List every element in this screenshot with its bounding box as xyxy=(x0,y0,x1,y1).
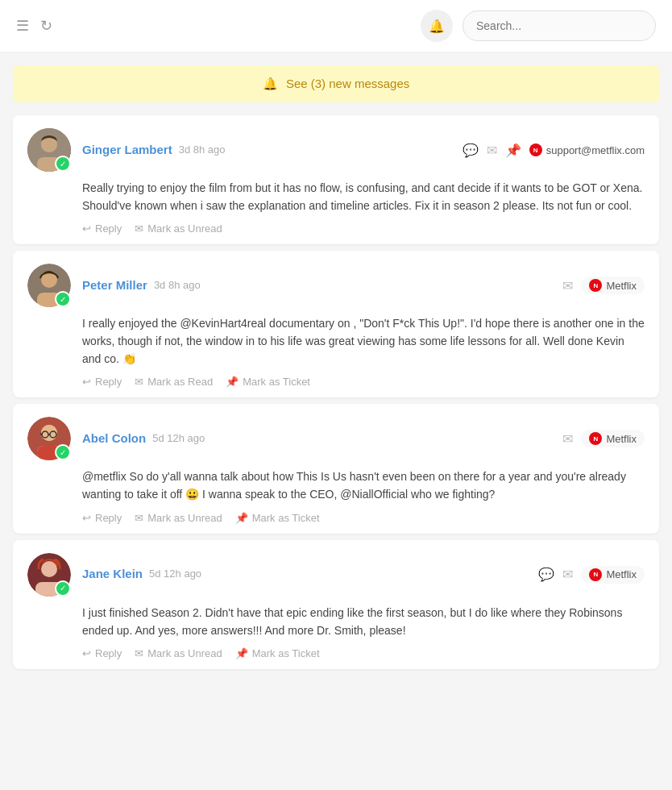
reply-icon-2: ↩ xyxy=(82,376,91,388)
chat-icon-4[interactable]: 💬 xyxy=(538,567,554,582)
message-top-row-3: Abel Colon 5d 12h ago xyxy=(82,431,562,445)
email-footer-icon-4: ✉ xyxy=(135,647,143,659)
message-body-4: I just finished Season 2. Didn't have th… xyxy=(82,605,645,639)
email-icon-3[interactable]: ✉ xyxy=(562,431,573,447)
avatar-wrapper-4: ✓ xyxy=(27,553,71,597)
ticket-icon-4: 📌 xyxy=(235,647,248,659)
svg-line-15 xyxy=(40,434,42,434)
timestamp-4: 5d 12h ago xyxy=(149,568,201,580)
source-badge-3: N Metflix xyxy=(581,430,645,447)
message-actions-right-1: 💬 ✉ 📌 N support@metflix.com xyxy=(463,143,645,158)
message-top-row-2: Peter Miller 3d 8h ago xyxy=(82,278,562,292)
refresh-icon[interactable]: ↻ xyxy=(40,17,52,35)
reply-icon-1: ↩ xyxy=(82,222,91,235)
header: ☰ ↻ 🔔 xyxy=(0,0,672,52)
email-footer-icon-2: ✉ xyxy=(135,376,143,388)
message-meta-3: Abel Colon 5d 12h ago xyxy=(82,431,562,447)
banner-bell-icon: 🔔 xyxy=(263,77,278,90)
source-label-2: Metflix xyxy=(606,280,637,292)
message-body-2: I really enjoyed the @KevinHart4real doc… xyxy=(82,315,645,368)
whatsapp-badge-2: ✓ xyxy=(55,291,71,307)
message-card-3: ✓ Abel Colon 5d 12h ago ✉ N Metflix @met… xyxy=(13,404,659,533)
mark-unread-action-1[interactable]: ✉ Mark as Unread xyxy=(135,222,222,235)
pin-icon-1[interactable]: 📌 xyxy=(505,143,521,158)
messages-container: ✓ Ginger Lambert 3d 8h ago 💬 ✉ 📌 N suppo… xyxy=(0,109,672,682)
avatar-wrapper-1: ✓ xyxy=(27,128,71,172)
message-footer-2: ↩ Reply ✉ Mark as Read 📌 Mark as Ticket xyxy=(82,376,645,388)
mark-read-action-2[interactable]: ✉ Mark as Read xyxy=(135,376,213,388)
sender-name-2: Peter Miller xyxy=(82,278,147,292)
message-footer-1: ↩ Reply ✉ Mark as Unread xyxy=(82,222,645,235)
chat-icon-1[interactable]: 💬 xyxy=(463,143,479,158)
message-actions-right-4: 💬 ✉ N Metflix xyxy=(538,566,645,584)
ticket-icon-2: 📌 xyxy=(226,376,239,388)
timestamp-1: 3d 8h ago xyxy=(179,143,226,156)
message-meta-2: Peter Miller 3d 8h ago xyxy=(82,278,562,293)
message-body-3: @metflix So do y'all wanna talk about ho… xyxy=(82,468,645,503)
source-dot-2: N xyxy=(589,279,602,292)
message-actions-right-3: ✉ N Metflix xyxy=(562,430,645,447)
reply-action-3[interactable]: ↩ Reply xyxy=(82,512,122,524)
source-dot-4: N xyxy=(589,568,602,581)
new-messages-banner[interactable]: 🔔 See (3) new messages xyxy=(13,65,659,102)
timestamp-2: 3d 8h ago xyxy=(154,279,201,291)
list-icon[interactable]: ☰ xyxy=(16,17,29,35)
mark-ticket-action-3[interactable]: 📌 Mark as Ticket xyxy=(235,512,320,524)
email-footer-icon-3: ✉ xyxy=(135,512,143,524)
email-icon-1[interactable]: ✉ xyxy=(487,143,497,158)
source-label-4: Metflix xyxy=(606,568,637,580)
sender-name-4: Jane Klein xyxy=(82,567,143,580)
message-card-4: ✓ Jane Klein 5d 12h ago 💬 ✉ N Metflix I … xyxy=(13,540,659,669)
mark-unread-action-4[interactable]: ✉ Mark as Unread xyxy=(135,647,222,659)
sender-name-1: Ginger Lambert xyxy=(82,143,172,156)
notification-button[interactable]: 🔔 xyxy=(421,10,453,42)
message-footer-4: ↩ Reply ✉ Mark as Unread 📌 Mark as Ticke… xyxy=(82,647,645,659)
reply-icon-3: ↩ xyxy=(82,512,91,524)
message-meta-4: Jane Klein 5d 12h ago xyxy=(82,567,538,582)
avatar-wrapper-2: ✓ xyxy=(27,264,71,307)
whatsapp-badge-4: ✓ xyxy=(55,580,71,597)
whatsapp-badge-3: ✓ xyxy=(55,444,71,460)
message-header-2: ✓ Peter Miller 3d 8h ago ✉ N Metflix xyxy=(27,264,645,307)
svg-point-17 xyxy=(41,561,57,577)
message-card-2: ✓ Peter Miller 3d 8h ago ✉ N Metflix I r… xyxy=(13,251,659,397)
whatsapp-badge-1: ✓ xyxy=(55,156,71,172)
reply-action-2[interactable]: ↩ Reply xyxy=(82,376,122,388)
source-label-1: support@metflix.com xyxy=(546,144,645,156)
source-dot-1: N xyxy=(529,143,542,156)
message-footer-3: ↩ Reply ✉ Mark as Unread 📌 Mark as Ticke… xyxy=(82,512,645,524)
source-dot-3: N xyxy=(589,432,602,445)
mark-ticket-action-4[interactable]: 📌 Mark as Ticket xyxy=(235,647,320,659)
reply-icon-4: ↩ xyxy=(82,647,91,659)
message-actions-right-2: ✉ N Metflix xyxy=(562,276,645,294)
source-badge-4: N Metflix xyxy=(581,566,645,584)
source-badge-2: N Metflix xyxy=(581,276,645,294)
message-meta-1: Ginger Lambert 3d 8h ago xyxy=(82,143,463,158)
mark-unread-action-3[interactable]: ✉ Mark as Unread xyxy=(135,512,222,524)
reply-action-4[interactable]: ↩ Reply xyxy=(82,647,122,659)
new-messages-text: 🔔 See (3) new messages xyxy=(263,77,410,90)
search-input[interactable] xyxy=(463,10,656,41)
header-left-icons: ☰ ↻ xyxy=(16,17,52,35)
ticket-icon-3: 📌 xyxy=(235,512,248,524)
source-label-3: Metflix xyxy=(606,433,637,445)
email-footer-icon-1: ✉ xyxy=(135,222,143,235)
svg-point-10 xyxy=(41,425,57,441)
mark-ticket-action-2[interactable]: 📌 Mark as Ticket xyxy=(226,376,310,388)
sender-name-3: Abel Colon xyxy=(82,431,146,445)
email-icon-2[interactable]: ✉ xyxy=(562,278,573,293)
reply-action-1[interactable]: ↩ Reply xyxy=(82,222,122,235)
email-icon-4[interactable]: ✉ xyxy=(562,567,573,582)
avatar-wrapper-3: ✓ xyxy=(27,417,71,460)
timestamp-3: 5d 12h ago xyxy=(152,432,205,444)
message-card-1: ✓ Ginger Lambert 3d 8h ago 💬 ✉ 📌 N suppo… xyxy=(13,115,659,244)
message-top-row-4: Jane Klein 5d 12h ago xyxy=(82,567,538,580)
message-header-4: ✓ Jane Klein 5d 12h ago 💬 ✉ N Metflix xyxy=(27,553,645,597)
message-body-1: Really trying to enjoy the film from but… xyxy=(82,180,645,214)
message-top-row-1: Ginger Lambert 3d 8h ago xyxy=(82,143,463,156)
message-header-1: ✓ Ginger Lambert 3d 8h ago 💬 ✉ 📌 N suppo… xyxy=(27,128,645,172)
message-header-3: ✓ Abel Colon 5d 12h ago ✉ N Metflix xyxy=(27,417,645,460)
source-badge-1: N support@metflix.com xyxy=(529,143,645,156)
